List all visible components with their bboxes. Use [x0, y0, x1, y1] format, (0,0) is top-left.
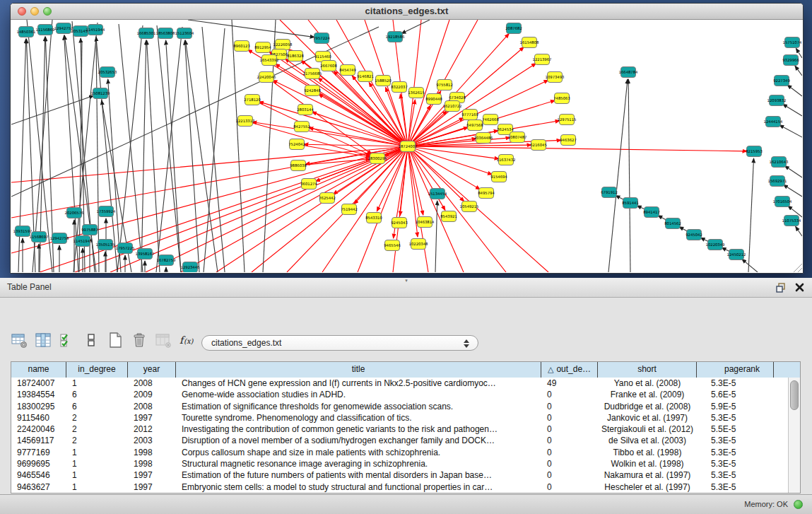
graph-node[interactable]: 6497568: [466, 120, 483, 131]
graph-node[interactable]: 9227349: [773, 76, 790, 86]
graph-node[interactable]: 7462668: [482, 115, 499, 125]
graph-edge[interactable]: [216, 146, 408, 272]
table-row[interactable]: 969969511998Structural magnetic resonanc…: [11, 458, 789, 469]
close-window-icon[interactable]: [18, 7, 26, 16]
table-cell[interactable]: 5.3E-5: [697, 458, 774, 469]
table-cell[interactable]: Nakamura et al. (1997): [598, 469, 697, 481]
graph-node[interactable]: 21756685: [303, 69, 322, 79]
graph-edge[interactable]: [18, 39, 26, 272]
column-header-title[interactable]: title: [176, 362, 541, 378]
table-cell[interactable]: Investigating the contribution of common…: [176, 424, 541, 435]
table-cell[interactable]: 0: [541, 389, 598, 400]
table-cell[interactable]: 2003: [128, 435, 176, 446]
table-cell[interactable]: 5.6E-5: [697, 389, 774, 400]
graph-edge[interactable]: [408, 146, 428, 272]
graph-node[interactable]: 12450212: [727, 250, 746, 260]
table-cell[interactable]: 2008: [128, 401, 176, 412]
import-table-icon[interactable]: [154, 331, 172, 349]
graph-edge[interactable]: [787, 85, 802, 96]
row-height-icon[interactable]: [82, 331, 100, 349]
column-header-pagerank[interactable]: pagerank: [697, 362, 774, 378]
function-builder-icon[interactable]: f (x): [178, 331, 196, 349]
table-cell[interactable]: 5.3E-5: [697, 481, 774, 493]
table-cell[interactable]: Jankovic et al. (1997): [598, 412, 697, 424]
table-cell[interactable]: 0: [541, 435, 598, 446]
graph-node[interactable]: 12975115: [558, 115, 577, 125]
graph-node[interactable]: 2667608: [320, 61, 337, 71]
graph-node[interactable]: 15081239: [91, 88, 110, 99]
table-cell[interactable]: 0: [541, 412, 598, 424]
graph-node[interactable]: 8322037: [391, 82, 408, 93]
graph-node[interactable]: 9329966: [782, 55, 799, 66]
graph-edge[interactable]: [783, 185, 802, 197]
graph-node[interactable]: 11156869: [36, 25, 55, 35]
column-header-year[interactable]: year: [128, 362, 176, 378]
graph-node[interactable]: 16685301: [137, 28, 156, 39]
graph-node[interactable]: 8912954: [254, 42, 271, 53]
graph-node[interactable]: 11637432: [497, 155, 516, 165]
graph-node[interactable]: 7625442: [319, 193, 336, 204]
table-settings-icon[interactable]: [10, 331, 28, 349]
table-cell[interactable]: 1: [66, 481, 128, 493]
resize-grip-icon[interactable]: [794, 264, 802, 272]
table-cell[interactable]: 0: [541, 401, 598, 412]
graph-edge[interactable]: [408, 146, 506, 272]
graph-node[interactable]: 8186328: [287, 51, 304, 62]
table-cell[interactable]: 18724007: [11, 378, 66, 389]
table-cell[interactable]: de Silva et al. (2003): [598, 435, 697, 446]
table-cell[interactable]: 9463627: [11, 481, 66, 493]
table-cell[interactable]: 1997: [128, 481, 176, 493]
table-cell[interactable]: 1: [66, 458, 128, 469]
graph-node[interactable]: 9465546: [384, 240, 401, 251]
graph-edge[interactable]: [608, 79, 628, 272]
graph-node[interactable]: 18724007: [399, 141, 418, 152]
graph-edge[interactable]: [408, 146, 499, 159]
graph-edge[interactable]: [304, 144, 408, 146]
table-cell[interactable]: 0: [541, 481, 598, 493]
table-cell[interactable]: 1: [66, 378, 128, 389]
table-columns-icon[interactable]: [34, 331, 52, 349]
graph-node[interactable]: 7519442: [341, 204, 358, 215]
table-cell[interactable]: 1: [66, 469, 128, 481]
table-cell[interactable]: Yano et al. (2008): [598, 378, 697, 389]
table-cell[interactable]: 1997: [128, 412, 176, 424]
split-pane-grip[interactable]: ▾: [401, 279, 411, 282]
float-panel-icon[interactable]: [775, 282, 787, 293]
table-cell[interactable]: 0: [541, 469, 598, 481]
table-cell[interactable]: 5.9E-5: [697, 401, 774, 412]
graph-node[interactable]: 8543921: [440, 211, 457, 222]
graph-node[interactable]: 16210722: [443, 101, 462, 112]
graph-node[interactable]: 8215953: [746, 146, 763, 157]
graph-node[interactable]: 15134454: [428, 189, 448, 199]
table-cell[interactable]: 5.3E-5: [697, 435, 774, 446]
new-table-icon[interactable]: [106, 331, 124, 349]
table-cell[interactable]: 14569117: [11, 435, 66, 446]
graph-node[interactable]: 8014562: [664, 218, 681, 229]
graph-edge[interactable]: [784, 166, 802, 177]
graph-node[interactable]: 6791912: [601, 187, 618, 198]
table-cell[interactable]: 0: [541, 447, 598, 458]
graph-edge[interactable]: [146, 146, 408, 272]
graph-node[interactable]: 13505135: [96, 240, 115, 250]
table-cell[interactable]: 9777169: [11, 447, 66, 458]
graph-node[interactable]: 16648784: [619, 67, 639, 78]
table-cell[interactable]: 5.5E-5: [697, 424, 774, 435]
graph-node[interactable]: 12093832: [767, 95, 787, 106]
close-panel-icon[interactable]: [794, 282, 805, 293]
graph-edge[interactable]: [252, 146, 408, 272]
table-selector-dropdown[interactable]: citations_edges.txt: [201, 335, 478, 351]
table-row[interactable]: 2242004622012Investigating the contribut…: [11, 424, 789, 435]
graph-node[interactable]: 20532653: [98, 67, 117, 78]
table-row[interactable]: 1938455462009Genome-wide association stu…: [11, 389, 789, 400]
graph-node[interactable]: 10807487: [508, 132, 527, 143]
graph-node[interactable]: 9242848: [304, 86, 321, 96]
graph-node[interactable]: 7485063: [553, 93, 570, 104]
column-header-short[interactable]: short: [598, 362, 697, 378]
graph-node[interactable]: 8427552: [293, 122, 310, 132]
graph-node[interactable]: 2718120: [244, 95, 261, 105]
table-cell[interactable]: 9465546: [11, 469, 66, 481]
table-cell[interactable]: 2: [66, 424, 128, 435]
graph-node[interactable]: 10220349: [706, 240, 725, 250]
graph-node[interactable]: 11075334: [782, 216, 802, 226]
graph-node[interactable]: 9245043: [391, 218, 408, 228]
